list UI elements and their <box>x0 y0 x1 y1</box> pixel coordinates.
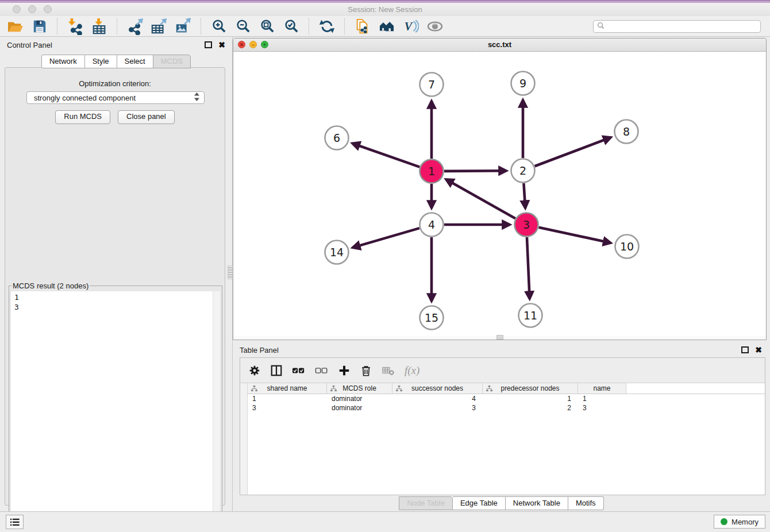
close-panel-button[interactable]: Close panel <box>118 110 175 124</box>
graph-node-2[interactable]: 2 <box>511 159 535 183</box>
svg-text:14: 14 <box>330 246 344 259</box>
search-box <box>593 20 761 33</box>
close-panel-icon[interactable]: ✖ <box>218 41 225 49</box>
gear-icon[interactable] <box>248 363 261 378</box>
criterion-dropdown[interactable]: strongly connected component <box>26 91 205 104</box>
svg-text:15: 15 <box>425 311 438 324</box>
table-cell[interactable]: 3 <box>578 403 626 413</box>
table-row[interactable]: 1dominator411 <box>248 394 765 403</box>
trash-icon[interactable] <box>360 363 372 378</box>
table-cell[interactable]: 1 <box>483 394 578 403</box>
table-row[interactable]: 3dominator323 <box>248 403 765 413</box>
vizmap-icon[interactable]: V <box>401 18 421 35</box>
export-image-icon[interactable] <box>174 18 193 35</box>
column-header-label: predecessor nodes <box>500 384 559 392</box>
float-table-panel-icon[interactable] <box>741 346 749 353</box>
zoom-window-button[interactable] <box>44 5 52 13</box>
unchecked-boxes-icon[interactable] <box>315 363 329 378</box>
tab-network[interactable]: Network <box>41 55 85 68</box>
export-network-icon[interactable] <box>125 18 145 35</box>
table-cell[interactable]: dominator <box>327 394 392 403</box>
control-panel-title: Control Panel <box>7 41 52 49</box>
graph-edge-3-11[interactable] <box>527 237 530 299</box>
graph-edge-2-3[interactable] <box>523 183 525 208</box>
graph-edge-3-1[interactable] <box>446 179 515 218</box>
tab-style[interactable]: Style <box>85 55 117 68</box>
frame-close-icon[interactable]: ✕ <box>238 41 245 48</box>
close-table-panel-icon[interactable]: ✖ <box>755 346 762 354</box>
table-cell[interactable]: 1 <box>248 394 327 403</box>
table-cell[interactable]: 1 <box>578 394 626 403</box>
svg-text:8: 8 <box>623 125 630 138</box>
graph-edge-2-8[interactable] <box>535 137 611 166</box>
graph-node-4[interactable]: 4 <box>420 213 444 237</box>
eye-icon[interactable] <box>425 18 445 35</box>
refresh-layout-icon[interactable] <box>317 18 337 35</box>
float-panel-icon[interactable] <box>205 41 212 48</box>
split-columns-icon[interactable] <box>270 363 283 378</box>
search-input[interactable] <box>607 22 757 31</box>
import-table-icon[interactable] <box>90 18 109 35</box>
graph-node-3[interactable]: 3 <box>515 213 538 237</box>
houses-icon[interactable] <box>377 18 396 35</box>
table-cell[interactable]: 2 <box>483 403 578 413</box>
graph-node-10[interactable]: 10 <box>615 235 639 259</box>
tab-node-table[interactable]: Node Table <box>399 496 453 510</box>
tab-network-table[interactable]: Network Table <box>506 496 568 510</box>
minimize-window-button[interactable] <box>28 5 36 13</box>
table-cell[interactable]: 3 <box>392 403 483 413</box>
frame-minimize-icon[interactable]: – <box>249 41 257 48</box>
result-scrollbar[interactable] <box>213 291 220 532</box>
table-header: shared nameMCDS rolesuccessor nodesprede… <box>248 383 765 394</box>
graph-node-11[interactable]: 11 <box>519 304 542 327</box>
import-network-icon[interactable] <box>66 18 85 35</box>
graph-node-8[interactable]: 8 <box>615 120 638 144</box>
tab-edge-table[interactable]: Edge Table <box>453 496 506 510</box>
tab-motifs[interactable]: Motifs <box>568 496 604 510</box>
function-builder-icon[interactable]: f(x) <box>405 363 419 378</box>
add-icon[interactable] <box>338 363 351 378</box>
network-canvas[interactable]: 1234678910111415 <box>233 51 766 336</box>
frame-maximize-icon[interactable]: + <box>261 41 268 48</box>
tab-mcds[interactable]: MCDS <box>153 55 191 68</box>
network-document-icon[interactable] <box>353 18 372 35</box>
graph-node-6[interactable]: 6 <box>325 126 349 150</box>
graph-node-1[interactable]: 1 <box>420 160 444 183</box>
delete-table-icon[interactable] <box>382 363 395 378</box>
save-icon[interactable] <box>30 18 49 35</box>
graph-edge-4-14[interactable] <box>353 228 419 248</box>
graph-edge-3-10[interactable] <box>538 228 610 243</box>
window-titlebar: Session: New Session <box>0 3 770 16</box>
mcds-tab-content: Optimization criterion: strongly connect… <box>5 67 225 506</box>
tab-select[interactable]: Select <box>117 55 153 68</box>
checked-boxes-icon[interactable] <box>292 363 306 378</box>
column-header-MCDS-role[interactable]: MCDS role <box>327 383 392 394</box>
mcds-result-text[interactable]: 13 <box>11 291 220 532</box>
zoom-in-icon[interactable] <box>209 18 229 35</box>
graph-node-9[interactable]: 9 <box>511 72 535 95</box>
window-title: Session: New Session <box>0 3 770 16</box>
column-header-predecessor-nodes[interactable]: predecessor nodes <box>483 383 578 394</box>
run-mcds-button[interactable]: Run MCDS <box>55 110 110 124</box>
open-folder-icon[interactable] <box>6 18 25 35</box>
column-header-successor-nodes[interactable]: successor nodes <box>392 383 483 394</box>
frame-resize-handle[interactable] <box>496 335 503 340</box>
export-table-icon[interactable] <box>149 18 169 35</box>
graph-edge-1-6[interactable] <box>352 144 419 167</box>
close-window-button[interactable] <box>13 5 21 13</box>
zoom-fit-icon[interactable] <box>257 18 277 35</box>
table-cell[interactable]: dominator <box>327 403 392 413</box>
column-header-shared-name[interactable]: shared name <box>248 383 327 394</box>
task-history-button[interactable] <box>6 515 24 529</box>
graph-edge-1-2[interactable] <box>444 171 506 171</box>
graph-node-15[interactable]: 15 <box>420 306 444 330</box>
memory-button[interactable]: Memory <box>714 515 765 529</box>
table-cell[interactable]: 3 <box>248 403 327 413</box>
graph-node-14[interactable]: 14 <box>325 241 349 264</box>
graph-node-7[interactable]: 7 <box>420 73 444 97</box>
table-cell[interactable]: 4 <box>392 394 483 403</box>
zoom-out-icon[interactable] <box>233 18 253 35</box>
svg-text:7: 7 <box>428 78 435 91</box>
zoom-selected-icon[interactable] <box>282 18 301 35</box>
column-header-name[interactable]: name <box>578 383 626 394</box>
